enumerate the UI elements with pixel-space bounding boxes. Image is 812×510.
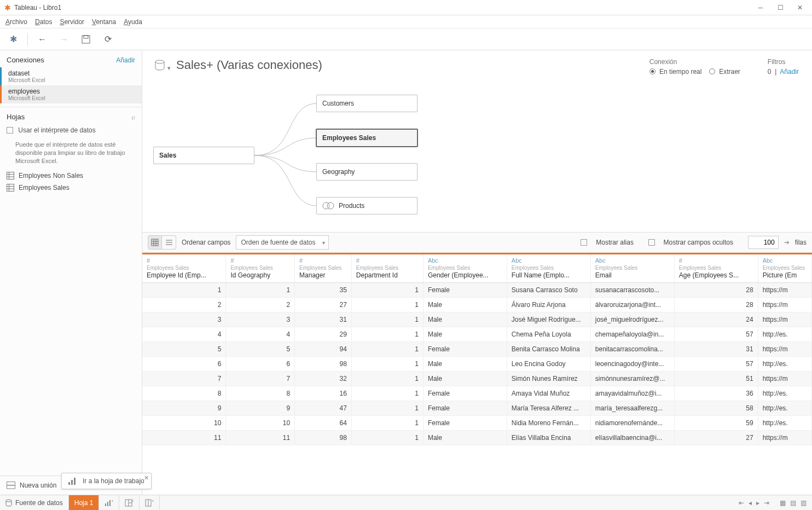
table-cell[interactable]: 6 [142,357,226,372]
table-cell[interactable]: http://es. [758,416,811,431]
table-cell[interactable]: 10 [226,416,295,431]
table-row[interactable]: 99471FemaleMaría Teresa Alferez ...maría… [142,401,812,416]
table-cell[interactable]: Leo Encina Godoy [507,357,590,372]
tab-data-source[interactable]: Fuente de datos [0,495,69,510]
table-row[interactable]: 1010641FemaleNidia Moreno Fernán...nidia… [142,416,812,431]
table-row[interactable]: 55941FemaleBenita Carrasco Molinabenitac… [142,342,812,357]
radio-live[interactable] [649,68,656,74]
add-connection-link[interactable]: Añadir [116,56,135,64]
column-header[interactable]: AbcEmployees SalesPicture (Em [758,254,811,283]
table-cell[interactable]: Female [423,401,507,416]
table-cell[interactable]: 1 [351,312,423,327]
table-row[interactable]: 11351FemaleSusana Carrasco Sotosusanacar… [142,283,812,298]
table-cell[interactable]: 2 [226,298,295,312]
menu-ayuda[interactable]: Ayuda [124,18,142,26]
column-header[interactable]: AbcEmployees SalesGender (Employee... [423,254,507,283]
table-cell[interactable]: 3 [142,312,226,327]
table-cell[interactable]: Susana Carrasco Soto [507,283,590,298]
save-button[interactable] [78,32,94,47]
table-cell[interactable]: 36 [674,386,758,401]
table-cell[interactable]: álvaroruizarjona@int... [590,298,674,312]
table-cell[interactable]: 11 [142,431,226,445]
table-cell[interactable]: 28 [674,283,758,298]
table-cell[interactable]: Male [423,372,507,386]
column-header[interactable]: AbcEmployees SalesFull Name (Emplo... [507,254,590,283]
maximize-button[interactable]: ☐ [775,2,786,13]
table-cell[interactable]: Amaya Vidal Muñoz [507,386,590,401]
refresh-button[interactable]: ⟳ [100,32,115,47]
table-cell[interactable]: 1 [351,386,423,401]
table-cell[interactable]: http://es. [758,357,811,372]
table-cell[interactable]: https://m [758,283,811,298]
table-cell[interactable]: 24 [674,312,758,327]
datasource-title[interactable]: Sales+ (Varias conexiones) [176,58,322,72]
table-cell[interactable]: http://es. [758,401,811,416]
table-cell[interactable]: 98 [295,431,352,445]
canvas-table-geography[interactable]: Geography [316,163,417,181]
table-cell[interactable]: Female [423,283,507,298]
row-arrow-icon[interactable]: ➔ [784,239,790,246]
table-cell[interactable]: https://m [758,372,811,386]
table-cell[interactable]: 1 [351,416,423,431]
table-cell[interactable]: 2 [142,298,226,312]
table-cell[interactable]: leoencinagodoy@inte... [590,357,674,372]
nav-prev-icon[interactable]: ◂ [749,499,752,507]
canvas-table-products[interactable]: Products [316,197,417,215]
view-grid-button[interactable] [148,235,162,250]
table-cell[interactable]: 35 [295,283,352,298]
table-row[interactable]: 88161FemaleAmaya Vidal Muñozamayavidalmu… [142,386,812,401]
table-cell[interactable]: 31 [295,312,352,327]
table-cell[interactable]: chemapeñaloyola@in... [590,327,674,342]
table-row[interactable]: 1111981MaleElías Villalba Encinaelíasvil… [142,431,812,445]
table-cell[interactable]: 6 [226,357,295,372]
table-cell[interactable]: Female [423,386,507,401]
back-button[interactable]: ← [34,32,50,47]
table-cell[interactable]: 1 [351,372,423,386]
tab-sheet-1[interactable]: Hoja 1 [69,495,100,510]
table-cell[interactable]: María Teresa Alferez ... [507,401,590,416]
new-story-button[interactable]: + [140,495,160,510]
table-cell[interactable]: 28 [674,298,758,312]
table-row[interactable]: 77321MaleSimón Nunes Ramírezsimónnunesra… [142,372,812,386]
new-worksheet-button[interactable]: + [99,495,119,510]
table-cell[interactable]: José Miguel Rodrígue... [507,312,590,327]
show-filmstrip-icon[interactable]: ▤ [790,499,796,507]
nav-next-icon[interactable]: ▸ [756,499,759,507]
table-cell[interactable]: Benita Carrasco Molina [507,342,590,357]
table-row[interactable]: 44291MaleChema Peña Loyolachemapeñaloyol… [142,327,812,342]
minimize-button[interactable]: ─ [755,2,766,13]
table-cell[interactable]: Male [423,431,507,445]
table-cell[interactable]: benitacarrascomolina... [590,342,674,357]
sort-fields-select[interactable]: Orden de fuente de datos [236,235,329,250]
data-grid[interactable]: #Employees SalesEmployee Id (Emp...#Empl… [142,254,812,495]
table-cell[interactable]: 27 [295,298,352,312]
table-cell[interactable]: 59 [674,416,758,431]
table-cell[interactable]: 1 [351,401,423,416]
column-header[interactable]: #Employees SalesId Geography [226,254,295,283]
table-cell[interactable]: 1 [351,431,423,445]
table-cell[interactable]: 5 [142,342,226,357]
table-cell[interactable]: 7 [142,372,226,386]
table-cell[interactable]: 27 [674,431,758,445]
table-cell[interactable]: 5 [226,342,295,357]
table-cell[interactable]: 47 [295,401,352,416]
close-button[interactable]: ✕ [794,2,805,13]
table-cell[interactable]: josé_miguelrodríguez... [590,312,674,327]
table-cell[interactable]: https://m [758,298,811,312]
data-interpreter-checkbox[interactable] [7,127,13,134]
tooltip-close-icon[interactable]: ✕ [144,474,149,482]
show-tabs-icon[interactable]: ▦ [780,499,786,507]
view-metadata-button[interactable] [162,235,176,250]
table-cell[interactable]: 4 [226,327,295,342]
table-cell[interactable]: https://m [758,342,811,357]
show-hidden-checkbox[interactable] [648,239,655,246]
table-cell[interactable]: Chema Peña Loyola [507,327,590,342]
table-cell[interactable]: amayavidalmuñoz@i... [590,386,674,401]
column-header[interactable]: AbcEmployees SalesEmail [590,254,674,283]
column-header[interactable]: #Employees SalesManager [295,254,352,283]
table-cell[interactable]: maría_teresaalferezg... [590,401,674,416]
table-cell[interactable]: 94 [295,342,352,357]
table-cell[interactable]: nidiamorenofernánde... [590,416,674,431]
table-cell[interactable]: Simón Nunes Ramírez [507,372,590,386]
table-cell[interactable]: 10 [142,416,226,431]
